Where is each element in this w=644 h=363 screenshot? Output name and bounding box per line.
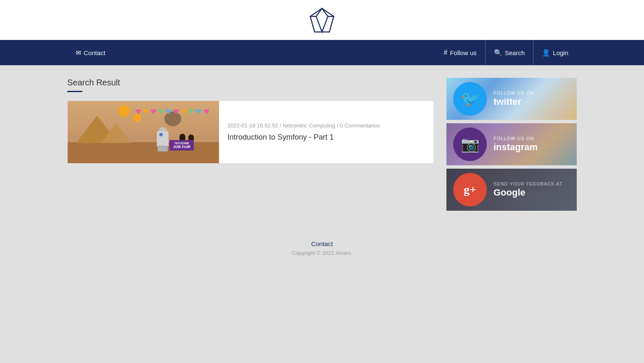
robot	[157, 131, 169, 146]
twitter-icon-wrap: 🐦	[453, 82, 487, 116]
search-nav-item[interactable]: 🔍 Search	[486, 40, 534, 65]
flag3	[150, 109, 157, 114]
navbar-left: ✉ Contact	[67, 40, 114, 65]
follow-us-nav-item[interactable]: # Follow us	[435, 40, 486, 65]
title-underline	[67, 91, 82, 92]
flag8	[188, 109, 195, 114]
twitter-card[interactable]: 🐦 FOLLOW US ON twitter	[446, 78, 577, 120]
flag4	[158, 109, 164, 114]
google-platform-name: Google	[494, 187, 562, 198]
instagram-follow-label: FOLLOW US ON	[494, 136, 538, 141]
contact-nav-item[interactable]: ✉ Contact	[67, 40, 114, 65]
google-text: SEND YOUR FEEDBACK AT Google	[494, 181, 562, 198]
pyramid2	[101, 123, 131, 143]
search-result-title: Search Result	[67, 78, 434, 87]
footer-contact-link[interactable]: Contact	[0, 240, 644, 247]
instagram-platform-name: instagram	[494, 142, 538, 153]
google-card[interactable]: g+ SEND YOUR FEEDBACK AT Google	[446, 169, 577, 211]
navbar: ✉ Contact # Follow us 🔍 Search 👤 Login	[0, 40, 644, 65]
job-fair-sign: TATOOINE JOB FAIR	[169, 140, 194, 151]
login-nav-item[interactable]: 👤 Login	[533, 40, 577, 65]
google-icon-wrap: g+	[453, 173, 487, 207]
navbar-right: # Follow us 🔍 Search 👤 Login	[435, 40, 577, 65]
twitter-platform-name: twitter	[494, 96, 534, 107]
flag2	[143, 109, 149, 114]
user-icon: 👤	[542, 49, 550, 57]
article-card[interactable]: TATOOINE JOB FAIR 2022-01-18 16:52:52 / …	[67, 101, 434, 164]
instagram-card[interactable]: 📷 FOLLOW US ON instagram	[446, 123, 577, 165]
search-label: Search	[505, 49, 525, 56]
left-column: Search Result	[67, 78, 434, 211]
logo-area	[0, 0, 644, 40]
article-meta: 2022-01-18 16:52:52 / Netcentric Computi…	[227, 122, 380, 129]
hashtag-icon: #	[444, 49, 448, 56]
footer-copyright: Copyright © 2022 Alvaro.	[0, 250, 644, 256]
search-icon: 🔍	[494, 49, 502, 57]
bunting	[135, 109, 215, 117]
flag9	[195, 109, 202, 114]
twitter-text: FOLLOW US ON twitter	[494, 90, 534, 107]
ground	[68, 142, 219, 163]
twitter-follow-label: FOLLOW US ON	[494, 90, 534, 95]
article-image: TATOOINE JOB FAIR	[68, 101, 219, 163]
sun1	[118, 105, 130, 117]
flag5	[165, 109, 172, 114]
google-feedback-label: SEND YOUR FEEDBACK AT	[494, 181, 562, 186]
article-title: Introduction to Symfony - Part 1	[227, 133, 380, 142]
sign-text1: TATOOINE	[173, 142, 190, 145]
footer: Contact Copyright © 2022 Alvaro.	[0, 223, 644, 265]
main-content: Search Result	[0, 65, 644, 223]
flag1	[135, 109, 142, 114]
login-label: Login	[553, 49, 568, 56]
instagram-icon: 📷	[461, 135, 480, 153]
article-content: 2022-01-18 16:52:52 / Netcentric Computi…	[219, 101, 388, 163]
svg-marker-0	[310, 8, 334, 32]
contact-label: Contact	[84, 49, 106, 56]
google-plus-icon: g+	[464, 183, 476, 196]
instagram-icon-wrap: 📷	[453, 127, 487, 161]
flag6	[173, 109, 179, 114]
follow-us-label: Follow us	[450, 49, 476, 56]
right-column: 🐦 FOLLOW US ON twitter 📷 FOLLOW US ON in…	[446, 78, 577, 211]
flag7	[180, 109, 187, 114]
twitter-icon: 🐦	[461, 90, 480, 108]
diamond-logo	[307, 5, 337, 35]
flag10	[203, 109, 210, 114]
sign-text2: JOB FAIR	[173, 145, 190, 149]
instagram-text: FOLLOW US ON instagram	[494, 136, 538, 153]
mail-icon: ✉	[76, 49, 81, 57]
